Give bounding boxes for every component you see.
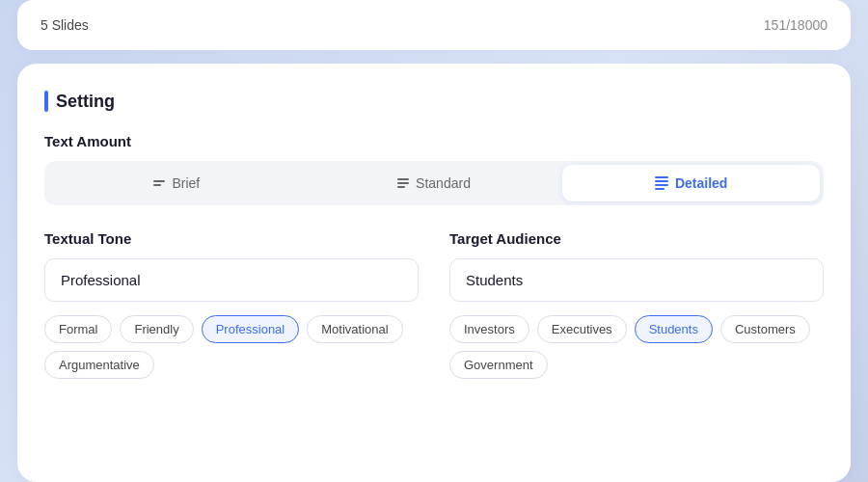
chip-argumentative[interactable]: Argumentative xyxy=(44,351,154,379)
top-card: 5 Slides 151/18000 xyxy=(17,0,851,50)
toggle-detailed[interactable]: Detailed xyxy=(562,165,820,201)
chip-professional[interactable]: Professional xyxy=(202,315,300,343)
toggle-detailed-label: Detailed xyxy=(675,175,727,191)
two-col-layout: Textual Tone Professional Formal Friendl… xyxy=(44,230,824,379)
chip-students[interactable]: Students xyxy=(635,315,713,343)
detailed-icon xyxy=(655,176,668,190)
section-title: Setting xyxy=(44,91,824,112)
target-audience-selected[interactable]: Students xyxy=(449,258,824,302)
text-amount-toggle-group: Brief Standard Detailed xyxy=(44,161,824,205)
section-title-text: Setting xyxy=(56,92,115,112)
textual-tone-selected[interactable]: Professional xyxy=(44,258,419,302)
chip-formal[interactable]: Formal xyxy=(44,315,112,343)
target-audience-label: Target Audience xyxy=(449,230,824,247)
target-audience-chips: Investors Executives Students Customers … xyxy=(449,315,824,379)
textual-tone-label: Textual Tone xyxy=(44,230,419,247)
toggle-standard-label: Standard xyxy=(416,175,471,191)
word-count: 151/18000 xyxy=(764,17,827,33)
chip-customers[interactable]: Customers xyxy=(720,315,810,343)
toggle-brief[interactable]: Brief xyxy=(48,165,306,201)
main-card: Setting Text Amount Brief Standard Detai… xyxy=(17,64,851,482)
standard-icon xyxy=(397,178,409,188)
chip-motivational[interactable]: Motivational xyxy=(307,315,402,343)
chip-government[interactable]: Government xyxy=(449,351,548,379)
textual-tone-col: Textual Tone Professional Formal Friendl… xyxy=(44,230,419,379)
chip-executives[interactable]: Executives xyxy=(537,315,627,343)
chip-investors[interactable]: Investors xyxy=(449,315,529,343)
slides-count: 5 Slides xyxy=(41,17,89,33)
text-amount-label: Text Amount xyxy=(44,133,824,149)
chip-friendly[interactable]: Friendly xyxy=(120,315,193,343)
textual-tone-chips: Formal Friendly Professional Motivationa… xyxy=(44,315,419,379)
title-bar-icon xyxy=(44,91,48,112)
toggle-brief-label: Brief xyxy=(172,175,200,191)
toggle-standard[interactable]: Standard xyxy=(306,165,563,201)
target-audience-col: Target Audience Students Investors Execu… xyxy=(449,230,824,379)
brief-icon xyxy=(153,180,165,186)
